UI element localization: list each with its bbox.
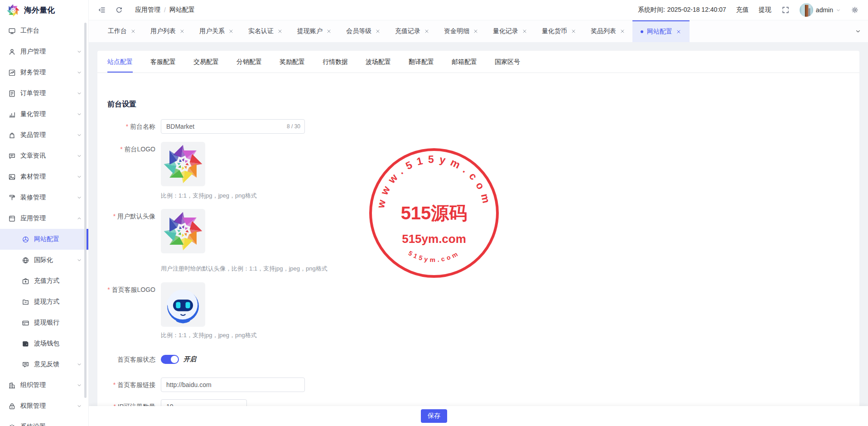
tab-close-icon[interactable] [676,29,681,34]
tab-close-icon[interactable] [277,29,283,34]
brand-pinwheel-logo-icon [6,4,20,17]
tab-close-icon[interactable] [620,29,625,34]
tab-item[interactable]: 奖品列表 [583,20,632,42]
fullscreen-icon[interactable] [781,6,790,14]
site-name-input[interactable] [161,119,305,134]
tabs-dropdown-button[interactable] [848,20,868,42]
field-label: 前台LOGO [107,142,155,200]
config-tab[interactable]: 奖励配置 [280,51,305,73]
tab-label: 量化货币 [542,27,567,35]
sidebar-item-lock[interactable]: 权限管理 [0,396,88,416]
service-status-toggle[interactable] [161,355,179,364]
config-tab[interactable]: 客服配置 [150,51,176,73]
tab-item[interactable]: 资金明细 [437,20,486,42]
sidebar-item-user[interactable]: 用户管理 [0,41,88,62]
sidebar: 海外量化 工作台用户管理财务管理订单管理量化管理奖品管理文章资讯素材管理装修管理… [0,0,89,426]
tab-label: 会员等级 [346,27,371,35]
sidebar-item-finance[interactable]: 财务管理 [0,62,88,83]
chevron-down-icon [77,257,82,263]
tab-item[interactable]: 充值记录 [388,20,437,42]
sidebar-item-feedback[interactable]: 意见反馈 [0,354,88,375]
collapse-sidebar-icon[interactable] [98,6,106,14]
sidebar-item-decor[interactable]: 装修管理 [0,187,88,208]
tab-item[interactable]: 提现账户 [290,20,339,42]
config-tab[interactable]: 国家区号 [495,51,520,73]
sidebar-scrollbar[interactable] [84,23,87,398]
form-row-service-status: 首页客服状态 开启 [107,352,859,367]
sidebar-item-label: 工作台 [20,27,39,35]
tab-item[interactable]: 用户列表 [143,20,192,42]
tab-close-icon[interactable] [424,29,429,34]
tab-close-icon[interactable] [179,29,185,34]
config-tab[interactable]: 邮箱配置 [452,51,477,73]
sidebar-item-wallet[interactable]: 波场钱包 [0,333,88,354]
breadcrumb-separator: / [164,6,166,14]
tab-label: 资金明细 [444,27,469,35]
material-icon [8,173,16,181]
sidebar-item-prize[interactable]: 奖品管理 [0,125,88,145]
tab-close-icon[interactable] [375,29,381,34]
sidebar-item-withdraw[interactable]: 提现方式 [0,291,88,312]
sidebar-item-monitor[interactable]: 工作台 [0,20,88,41]
default-avatar-upload[interactable] [161,209,205,253]
sidebar-item-article[interactable]: 文章资讯 [0,145,88,166]
tab-item[interactable]: 工作台 [101,20,143,42]
config-tab[interactable]: 站点配置 [107,51,133,73]
sidebar-item-bank[interactable]: 提现银行 [0,312,88,333]
chevron-down-icon [77,424,82,426]
upload-hint: 比例：1:1，支持jpg，jpeg，png格式 [161,192,257,200]
save-button[interactable]: 保存 [421,409,447,423]
sidebar-item-org[interactable]: 组织管理 [0,375,88,396]
sidebar-item-label: 应用管理 [20,214,46,223]
config-tab[interactable]: 交易配置 [193,51,219,73]
sidebar-item-label: 奖品管理 [20,131,46,139]
app-root: 海外量化 工作台用户管理财务管理订单管理量化管理奖品管理文章资讯素材管理装修管理… [0,0,868,426]
quant-icon [8,111,16,118]
refresh-icon[interactable] [115,6,123,14]
sidebar-item-app[interactable]: 应用管理 [0,208,88,229]
user-menu[interactable]: admin [800,3,841,17]
tab-close-icon[interactable] [130,29,136,34]
tab-item[interactable]: 用户关系 [192,20,241,42]
sidebar-item-material[interactable]: 素材管理 [0,166,88,187]
sidebar-item-order[interactable]: 订单管理 [0,83,88,104]
tab-item[interactable]: 会员等级 [339,20,388,42]
breadcrumb-parent[interactable]: 应用管理 [135,6,160,14]
tab-close-icon[interactable] [522,29,527,34]
gear-icon[interactable] [851,6,859,14]
robot-service-image [162,284,204,325]
upload-hint: 用户注册时给的默认头像，比例：1:1，支持jpg，jpeg，png格式 [161,265,328,273]
tab-close-icon[interactable] [473,29,478,34]
sidebar-item-site[interactable]: 网站配置 [0,229,88,250]
tab-label: 用户列表 [150,27,176,35]
site-logo-upload[interactable] [161,142,205,186]
tab-close-icon[interactable] [228,29,234,34]
form-row-service-link: 首页客服链接 [107,378,859,392]
sidebar-item-gear[interactable]: 系统设置 [0,416,88,426]
gear-icon [8,423,16,426]
chevron-down-icon [77,362,82,367]
tab-item[interactable]: 量化货币 [535,20,583,42]
service-link-input[interactable] [161,378,305,392]
config-tab[interactable]: 波场配置 [366,51,391,73]
service-logo-upload[interactable] [161,282,205,327]
recharge-button[interactable]: 充值 [736,6,749,14]
avatar [800,3,813,17]
config-tab[interactable]: 行情数据 [323,51,348,73]
sidebar-item-globe[interactable]: 国际化 [0,250,88,271]
chevron-down-icon [77,382,82,388]
form-row-name: 前台名称 8 / 30 [107,119,859,134]
lock-icon [8,402,16,410]
tab-close-icon[interactable] [326,29,332,34]
tab-close-icon[interactable] [571,29,576,34]
config-tab[interactable]: 翻译配置 [409,51,434,73]
sidebar-item-quant[interactable]: 量化管理 [0,104,88,125]
config-tab[interactable]: 分销配置 [236,51,262,73]
tab-item[interactable]: 量化记录 [486,20,535,42]
sidebar-item-label: 权限管理 [20,402,46,410]
tab-item[interactable]: 实名认证 [241,20,290,42]
chevron-down-icon [855,28,861,34]
tab-item[interactable]: 网站配置 [632,20,690,42]
sidebar-item-recharge[interactable]: 充值方式 [0,271,88,291]
withdraw-button[interactable]: 提现 [759,6,772,14]
